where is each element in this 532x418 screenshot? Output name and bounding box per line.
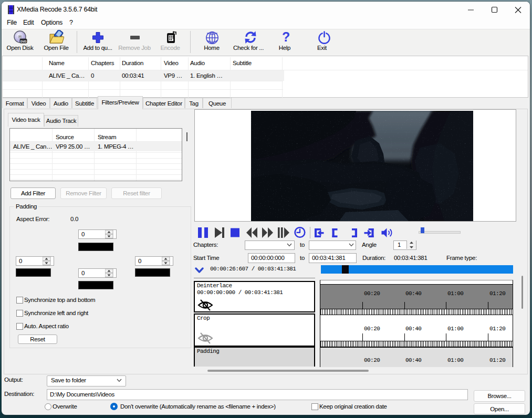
svg-text:DVD: DVD — [20, 40, 27, 43]
